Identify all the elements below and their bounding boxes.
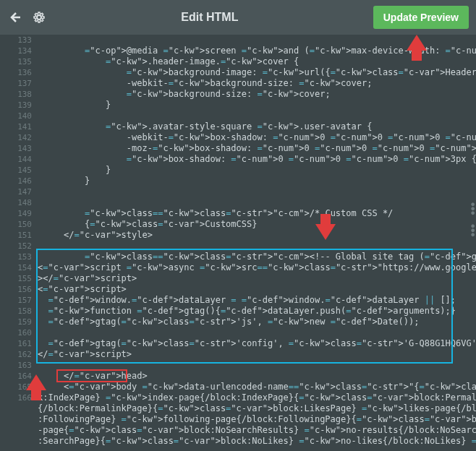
editor-header: Edit HTML Update Preview	[0, 0, 476, 35]
line-gutter: 1331341351361371381391401411421431441451…	[0, 35, 36, 451]
code-editor[interactable]: ="c-op">@media ="c-kw">screen ="c-kw">an…	[38, 35, 472, 451]
update-preview-button[interactable]: Update Preview	[373, 6, 469, 29]
gear-icon[interactable]	[32, 10, 46, 25]
back-icon[interactable]	[7, 10, 22, 25]
page-title: Edit HTML	[46, 11, 373, 24]
scroll-dots: ●●●●●●	[471, 202, 475, 237]
